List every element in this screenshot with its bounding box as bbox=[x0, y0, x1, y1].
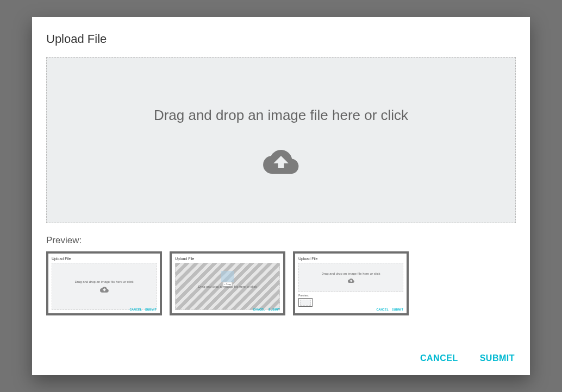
cancel-button[interactable]: CANCEL bbox=[420, 353, 458, 363]
thumb-submit: SUBMIT bbox=[268, 308, 280, 311]
thumb-cancel: CANCEL bbox=[129, 308, 142, 311]
thumb-drop-text: Drag and drop an image file here or clic… bbox=[321, 272, 380, 275]
preview-thumbnail[interactable]: Upload File Drag and drop an image file … bbox=[46, 251, 162, 315]
upload-dialog: Upload File Drag and drop an image file … bbox=[32, 17, 530, 375]
cloud-upload-icon bbox=[100, 287, 109, 293]
preview-label: Preview: bbox=[46, 235, 516, 246]
thumb-cancel: CANCEL bbox=[253, 308, 265, 311]
thumb-title: Upload File bbox=[52, 257, 157, 261]
file-dropzone[interactable]: Drag and drop an image file here or clic… bbox=[46, 57, 516, 223]
thumb-title: Upload File bbox=[175, 257, 280, 261]
thumb-preview-label: Preview: bbox=[298, 294, 403, 297]
thumb-submit: SUBMIT bbox=[145, 308, 157, 311]
thumb-submit: SUBMIT bbox=[392, 308, 403, 311]
drag-overlay bbox=[221, 271, 234, 282]
preview-thumbnail[interactable]: Upload File Drag and drop an image file … bbox=[170, 251, 285, 315]
thumb-dropzone: Drag and drop an image file here or clic… bbox=[298, 263, 403, 292]
preview-thumbnail[interactable]: Upload File Drag and drop an image file … bbox=[293, 251, 409, 315]
thumb-actions: CANCEL SUBMIT bbox=[253, 308, 280, 311]
dropzone-instruction: Drag and drop an image file here or clic… bbox=[154, 107, 408, 124]
submit-button[interactable]: SUBMIT bbox=[480, 353, 515, 363]
thumb-title: Upload File bbox=[298, 257, 403, 261]
thumb-dropzone-dragover: Drag and drop an image file here or clic… bbox=[175, 263, 280, 310]
copy-badge: + Copy bbox=[222, 282, 233, 287]
dialog-actions: CANCEL SUBMIT bbox=[420, 353, 515, 363]
thumb-dropzone: Drag and drop an image file here or clic… bbox=[52, 263, 157, 310]
cloud-upload-icon bbox=[263, 150, 299, 174]
thumb-actions: CANCEL SUBMIT bbox=[129, 308, 157, 311]
thumb-drop-text: Drag and drop an image file here or clic… bbox=[74, 280, 133, 283]
thumb-cancel: CANCEL bbox=[376, 308, 389, 311]
cloud-upload-icon bbox=[348, 279, 354, 283]
preview-thumbnails: Upload File Drag and drop an image file … bbox=[46, 251, 516, 315]
thumb-actions: CANCEL SUBMIT bbox=[376, 308, 403, 311]
dialog-title: Upload File bbox=[46, 32, 516, 46]
thumb-nested-preview bbox=[298, 298, 313, 307]
